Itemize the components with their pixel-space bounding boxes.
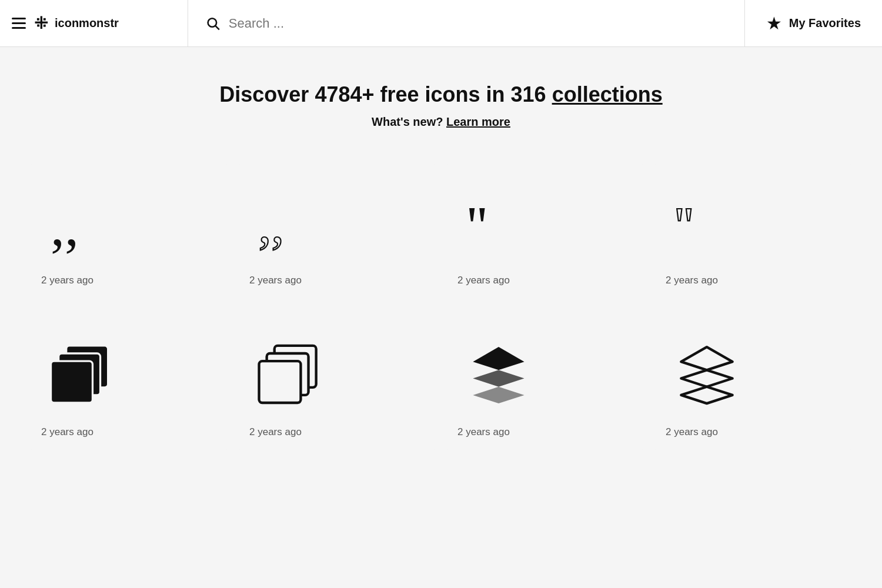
- icon-card-layers-outline[interactable]: 2 years ago: [238, 316, 436, 450]
- header-left: ⁜ iconmonstr: [0, 0, 188, 46]
- svg-marker-16: [681, 370, 732, 386]
- quote-left-outline-icon: '': [671, 188, 742, 258]
- icon-display: [457, 339, 540, 410]
- hero-section: Discover 4784+ free icons in 316 collect…: [24, 82, 858, 129]
- hero-title: Discover 4784+ free icons in 316 collect…: [24, 82, 858, 107]
- icon-grid-row1: ,, 2 years ago ,, 2 years ago '' 2 years…: [29, 164, 853, 298]
- svg-text:,,: ,,: [258, 196, 284, 253]
- svg-marker-17: [681, 387, 732, 403]
- layers-outline-icon: [255, 339, 326, 410]
- quote-right-filled-icon: ,,: [47, 188, 118, 258]
- svg-marker-15: [681, 347, 732, 370]
- icon-display: '': [457, 188, 540, 258]
- icon-timestamp: 2 years ago: [41, 275, 93, 286]
- logo-icon: ⁜: [34, 14, 46, 33]
- svg-rect-8: [51, 361, 93, 403]
- collections-link[interactable]: collections: [552, 82, 663, 106]
- icon-card-quote-left-filled[interactable]: '' 2 years ago: [446, 164, 644, 298]
- favorites-label: My Favorites: [789, 16, 861, 30]
- icon-grid-row2: 2 years ago 2 years ago: [29, 316, 853, 450]
- search-icon: [206, 16, 220, 31]
- search-bar[interactable]: [188, 0, 745, 46]
- icon-card-quote-right-filled[interactable]: ,, 2 years ago: [29, 164, 228, 298]
- star-icon: ★: [766, 13, 782, 34]
- icon-timestamp: 2 years ago: [666, 275, 718, 286]
- svg-line-1: [215, 25, 219, 29]
- icon-card-stack-outline[interactable]: 2 years ago: [654, 316, 853, 450]
- search-input[interactable]: [229, 16, 727, 31]
- icon-card-stack-filled[interactable]: 2 years ago: [446, 316, 644, 450]
- layers-filled-icon: [47, 339, 118, 410]
- quote-right-outline-icon: ,,: [255, 188, 326, 258]
- icon-display: ,,: [41, 188, 123, 258]
- stack-outline-icon: [671, 339, 742, 410]
- quote-left-filled-icon: '': [463, 188, 534, 258]
- icon-card-quote-left-outline[interactable]: '' 2 years ago: [654, 164, 853, 298]
- menu-button[interactable]: [12, 18, 26, 29]
- icon-timestamp: 2 years ago: [249, 426, 302, 438]
- svg-marker-14: [473, 387, 524, 403]
- svg-marker-12: [473, 347, 524, 370]
- icon-display: [41, 339, 123, 410]
- svg-marker-13: [473, 370, 524, 386]
- icon-display: ,,: [249, 188, 332, 258]
- svg-rect-11: [259, 361, 301, 403]
- icon-timestamp: 2 years ago: [457, 275, 510, 286]
- hero-subtitle: What's new? Learn more: [24, 115, 858, 129]
- icon-card-quote-right-outline[interactable]: ,, 2 years ago: [238, 164, 436, 298]
- learn-more-link[interactable]: Learn more: [446, 115, 510, 128]
- icon-timestamp: 2 years ago: [249, 275, 302, 286]
- icon-timestamp: 2 years ago: [666, 426, 718, 438]
- svg-point-0: [208, 18, 217, 27]
- icon-timestamp: 2 years ago: [457, 426, 510, 438]
- icon-display: '': [666, 188, 748, 258]
- header: ⁜ iconmonstr ★ My Favorites: [0, 0, 882, 47]
- svg-text:,,: ,,: [51, 195, 79, 258]
- svg-text:'': '': [467, 195, 487, 258]
- icon-timestamp: 2 years ago: [41, 426, 93, 438]
- icon-card-layers-filled[interactable]: 2 years ago: [29, 316, 228, 450]
- favorites-button[interactable]: ★ My Favorites: [745, 0, 882, 46]
- logo-text[interactable]: iconmonstr: [55, 16, 119, 30]
- svg-text:'': '': [674, 196, 693, 253]
- main-content: Discover 4784+ free icons in 316 collect…: [0, 47, 882, 473]
- stack-filled-icon: [463, 339, 534, 410]
- icon-display: [666, 339, 748, 410]
- icon-display: [249, 339, 332, 410]
